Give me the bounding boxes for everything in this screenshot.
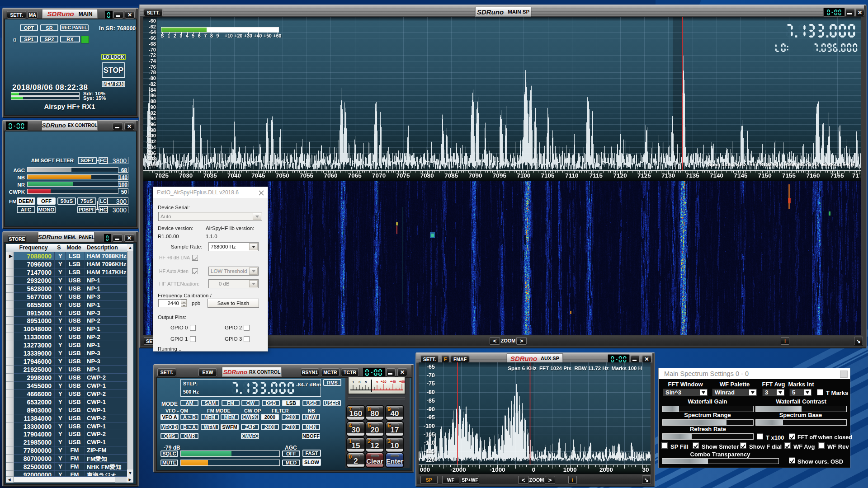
svg-text:3: 3 bbox=[359, 380, 361, 384]
svg-text:1: 1 bbox=[352, 380, 354, 384]
svg-text:9: 9 bbox=[376, 380, 378, 384]
svg-text:5: 5 bbox=[365, 380, 367, 384]
svg-text:+40: +40 bbox=[390, 380, 396, 384]
svg-text:+60: +60 bbox=[399, 380, 405, 384]
svg-text:+20: +20 bbox=[381, 380, 387, 384]
